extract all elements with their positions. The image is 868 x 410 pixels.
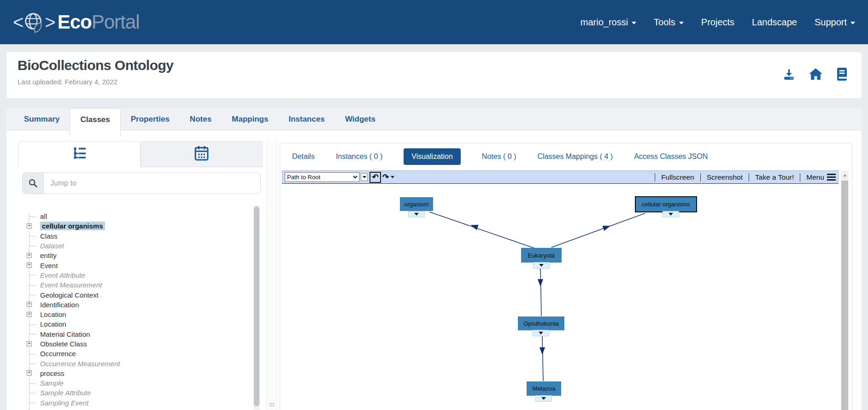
tree-item[interactable]: Sample [18,378,252,388]
tree-scrollbar[interactable] [253,205,260,410]
take-a-tour-button[interactable]: Take a Tour! [755,173,794,182]
header-action-icons [783,68,848,81]
tab-access-classes-json[interactable]: Access Classes JSON [634,152,708,161]
download-icon[interactable] [783,68,795,81]
navbar-item-landscape[interactable]: Landscape [752,17,797,28]
tab-mappings[interactable]: Mappings [222,108,278,130]
navbar-item-user[interactable]: mario_rossi [581,17,636,28]
tree-item[interactable]: Occurrence Measurement [18,358,252,368]
view-mode-select[interactable]: Path to Root [285,172,359,182]
ecoportal-logo[interactable]: < > Eco Portal [13,10,139,34]
plus-expander-icon[interactable]: + [27,302,32,307]
tab-date-view[interactable] [141,141,263,167]
book-icon[interactable] [836,68,848,81]
tree-item[interactable]: Sampling Location [18,408,252,410]
panel-resize-gutter[interactable] [266,141,277,410]
hamburger-menu-icon[interactable] [827,174,836,181]
class-tree-panel: all +cellular organisms Class Dataset +e… [18,141,263,410]
last-uploaded-text: Last uploaded: February 4, 2022 [18,78,117,86]
ontology-header-card: BioCollections Ontology Last uploaded: F… [6,52,862,98]
menu-button[interactable]: Menu [806,173,824,182]
tab-widgets[interactable]: Widgets [335,108,386,130]
node-expand-caret[interactable] [533,262,550,269]
tree-item[interactable]: Event Measurement [18,280,252,290]
class-detail-panel: Details Instances ( 0 ) Visualization No… [280,143,852,410]
select-caret-button[interactable] [361,173,368,181]
plus-expander-icon[interactable]: + [27,263,32,268]
calendar-icon [194,146,209,163]
tab-class-notes[interactable]: Notes ( 0 ) [482,152,516,161]
tree-scrollbar-thumb[interactable] [254,206,259,406]
node-expand-caret[interactable] [663,211,679,217]
fullscreen-button[interactable]: Fullscreen [661,173,694,182]
navbar-item-projects[interactable]: Projects [701,17,734,28]
resize-handle-icon[interactable] [269,400,275,409]
plus-expander-icon[interactable]: + [27,370,32,375]
tree-item[interactable]: +process [18,369,252,378]
logo-text-portal: Portal [92,11,140,33]
tree-item[interactable]: Sample Attribute [18,388,252,398]
tab-properties[interactable]: Properties [121,108,180,130]
class-detail-tabs: Details Instances ( 0 ) Visualization No… [280,143,852,170]
logo-text-eco: Eco [58,11,92,33]
tab-details[interactable]: Details [292,152,315,161]
logo-bracket-left: < [13,13,23,31]
tab-classes-mappings[interactable]: Classes Mappings ( 4 ) [538,152,613,161]
top-navbar: < > Eco Portal mario_rossi Tools Project… [0,0,868,44]
tab-classes[interactable]: Classes [70,108,120,136]
tree-item[interactable]: Class [18,231,252,241]
scroll-up-arrow-icon[interactable] [841,170,849,180]
visualization-toolbar: Path to Root ↶ ↷ Fullscreen Screenshot T… [282,170,839,184]
tree-item[interactable]: +Identification [18,300,252,310]
tree-item[interactable]: Geological Context [18,290,252,299]
search-icon [23,173,44,193]
plus-expander-icon[interactable]: + [27,312,32,317]
tab-instances[interactable]: Instances [278,108,334,130]
toolbar-actions: Fullscreen Screenshot Take a Tour! Menu [649,173,836,182]
graph-node-organism[interactable]: organism [400,197,433,211]
graph-node-metazoa[interactable]: Metazoa [527,381,561,396]
navbar-item-tools[interactable]: Tools [654,17,684,28]
tree-item[interactable]: Event Attribute [18,270,252,280]
node-expand-caret[interactable] [533,330,549,336]
tree-item[interactable]: Sampling Event [18,398,252,408]
navbar-menu: mario_rossi Tools Projects Landscape Sup… [581,17,855,28]
plus-expander-icon[interactable]: + [27,223,32,228]
graph-node-eukaryota[interactable]: Eukaryota [521,248,562,263]
undo-icon[interactable]: ↶ [369,172,381,183]
tree-item[interactable]: all [18,211,252,221]
redo-caret-icon[interactable] [391,176,394,178]
tree-item[interactable]: +Event [18,260,252,270]
ontology-main-card: Summary Classes Properties Notes Mapping… [6,108,862,410]
path-to-root-graph[interactable]: organism cellular organisms Eukaryota Op… [282,184,839,410]
plus-expander-icon[interactable]: + [27,253,32,258]
tab-summary[interactable]: Summary [14,108,70,130]
tree-item[interactable]: +entity [18,251,252,260]
graph-node-opisthokonta[interactable]: Opisthokonta [518,316,564,330]
tree-item[interactable]: Dataset [18,241,252,251]
tree-item[interactable]: +Location [18,310,252,319]
tree-item-selected[interactable]: +cellular organisms [18,221,252,231]
redo-icon[interactable]: ↷ [381,172,390,183]
tree-item[interactable]: Occurrence [18,349,252,358]
screenshot-button[interactable]: Screenshot [707,173,743,182]
page-title: BioCollections Ontology [18,58,174,73]
graph-scrollbar-thumb[interactable] [841,181,848,410]
navbar-item-support[interactable]: Support [815,17,855,28]
tab-visualization[interactable]: Visualization [404,148,461,165]
node-expand-caret[interactable] [408,211,425,217]
node-expand-caret[interactable] [535,395,552,402]
jump-to-search [22,172,261,194]
plus-expander-icon[interactable]: + [27,341,32,346]
graph-node-cellular-organisms[interactable]: cellular organisms [635,196,697,212]
tree-item[interactable]: Material Citation [18,329,252,339]
jump-to-input[interactable] [44,173,260,193]
tab-class-hierarchy[interactable] [18,141,141,167]
tree-item[interactable]: Location [18,319,252,329]
graph-scrollbar[interactable] [841,170,849,410]
home-icon[interactable] [809,68,822,80]
tab-instances[interactable]: Instances ( 0 ) [336,152,382,161]
tab-notes[interactable]: Notes [180,108,222,130]
caret-down-icon [632,22,636,24]
tree-item[interactable]: +Obsolete Class [18,339,252,349]
